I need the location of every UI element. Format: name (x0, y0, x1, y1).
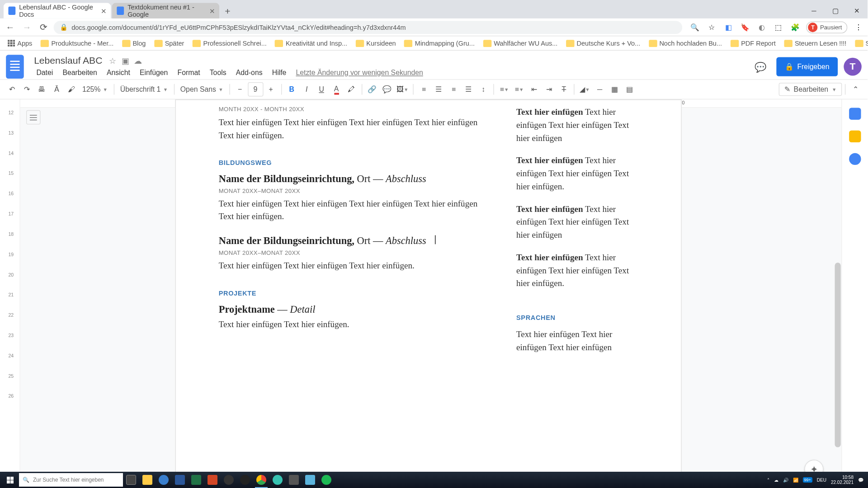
bookmark[interactable]: Wahlfächer WU Aus... (480, 38, 561, 48)
wifi-icon[interactable]: 📶 (793, 478, 798, 483)
align-left-button[interactable]: ≡ (417, 82, 431, 97)
forward-button[interactable]: → (20, 20, 33, 33)
back-button[interactable]: ← (4, 20, 17, 33)
bookmark[interactable]: Produktsuche - Mer... (38, 38, 117, 48)
bookmark[interactable]: Deutsche Kurs + Vo... (563, 38, 643, 48)
align-justify-button[interactable]: ☰ (462, 82, 476, 97)
bold-button[interactable]: B (284, 82, 299, 97)
tasks-icon[interactable] (849, 153, 860, 165)
bookmark[interactable]: PDF Report (727, 38, 778, 48)
tab-active[interactable]: Lebenslauf ABC - Google Docs ✕ (4, 3, 111, 19)
document-canvas[interactable]: 112345678910111211314151617181920 MONTH … (20, 99, 841, 488)
apps-button[interactable]: Apps (5, 38, 35, 48)
border-width-button[interactable]: ▤ (623, 82, 637, 97)
redo-button[interactable]: ↷ (19, 82, 34, 97)
link-button[interactable]: 🔗 (365, 82, 379, 97)
increase-font-button[interactable]: + (264, 82, 278, 97)
maximize-button[interactable]: ▢ (825, 3, 846, 19)
menu-bearbeiten[interactable]: Bearbeiten (58, 67, 101, 79)
font-size-input[interactable]: 9 (248, 82, 263, 97)
zoom-select[interactable]: 125%▼ (79, 85, 110, 93)
bookmark[interactable]: Professionell Schrei... (189, 38, 269, 48)
menu-format[interactable]: Format (173, 67, 204, 79)
outline-button[interactable] (26, 110, 41, 125)
extension-icon[interactable]: 🔖 (740, 22, 750, 33)
bookmark[interactable]: Kursideen (353, 38, 399, 48)
fill-button[interactable]: ◢▼ (578, 82, 592, 97)
move-icon[interactable]: ▣ (122, 56, 129, 66)
font-select[interactable]: Open Sans▼ (177, 85, 226, 93)
menu-addons[interactable]: Add-ons (231, 67, 266, 79)
explorer-icon[interactable] (139, 472, 156, 488)
underline-button[interactable]: U (314, 82, 329, 97)
italic-button[interactable]: I (299, 82, 314, 97)
edge-icon[interactable] (269, 472, 286, 488)
bookmark[interactable]: Blog (119, 38, 149, 48)
menu-einfuegen[interactable]: Einfügen (136, 67, 172, 79)
comment-button[interactable]: 💬 (380, 82, 394, 97)
spellcheck-button[interactable]: Ᾱ (49, 82, 64, 97)
comments-button[interactable]: 💬 (750, 56, 770, 77)
powerpoint-icon[interactable] (204, 472, 221, 488)
calendar-icon[interactable] (849, 108, 860, 120)
menu-hilfe[interactable]: Hilfe (268, 67, 290, 79)
taskbar-search[interactable]: 🔍 Zur Suche Text hier eingeben (19, 473, 123, 487)
url-bar[interactable]: 🔒 docs.google.com/document/d/1rYFd_eU6tt… (54, 20, 683, 33)
spotify-icon[interactable] (318, 472, 335, 488)
minimize-button[interactable]: ─ (803, 3, 825, 19)
mail-badge[interactable]: 99+ (803, 477, 812, 483)
reload-button[interactable]: ⟳ (37, 20, 50, 33)
word-icon[interactable] (172, 472, 188, 488)
style-select[interactable]: Überschrift 1▼ (117, 85, 171, 93)
new-tab-button[interactable]: + (221, 4, 235, 19)
account-avatar[interactable]: T (844, 58, 862, 76)
highlight-button[interactable]: 🖍 (344, 82, 359, 97)
close-icon[interactable]: ✕ (209, 8, 215, 14)
border-style-button[interactable]: ▦ (608, 82, 622, 97)
clock[interactable]: 10:58 22.02.2021 (831, 475, 854, 485)
increase-indent-button[interactable]: ⇥ (542, 82, 557, 97)
decrease-font-button[interactable]: − (233, 82, 247, 97)
bookmark[interactable]: Noch hochladen Bu... (646, 38, 725, 48)
text-color-button[interactable]: A (329, 82, 344, 97)
vertical-scrollbar[interactable] (834, 108, 841, 488)
clear-formatting-button[interactable]: T (557, 82, 571, 97)
language-indicator[interactable]: DEU (817, 478, 826, 483)
bulleted-list-button[interactable]: ≡▼ (512, 82, 527, 97)
volume-icon[interactable]: 🔊 (783, 478, 788, 483)
cloud-icon[interactable]: ☁ (134, 56, 142, 66)
keep-icon[interactable] (849, 131, 860, 142)
notepad-icon[interactable] (302, 472, 318, 488)
docs-logo[interactable] (6, 55, 24, 79)
bookmark[interactable]: Steuern Videos wic... (852, 38, 868, 48)
app-icon[interactable] (286, 472, 302, 488)
notifications-icon[interactable]: 💬 (858, 478, 863, 483)
numbered-list-button[interactable]: ≡▼ (497, 82, 512, 97)
star-icon[interactable]: ☆ (706, 22, 717, 33)
chrome-icon[interactable] (253, 472, 269, 488)
onedrive-icon[interactable]: ☁ (774, 478, 778, 483)
star-icon[interactable]: ☆ (109, 56, 117, 66)
bookmark[interactable]: Kreativität und Insp... (272, 38, 350, 48)
edge-legacy-icon[interactable] (156, 472, 172, 488)
close-window-button[interactable]: ✕ (846, 3, 868, 19)
menu-tools[interactable]: Tools (205, 67, 230, 79)
extension-icon[interactable]: ◧ (723, 22, 734, 33)
profile-button[interactable]: T Pausiert (807, 21, 848, 33)
align-right-button[interactable]: ≡ (447, 82, 461, 97)
mode-select[interactable]: ✎ Bearbeiten ▼ (779, 83, 842, 96)
align-center-button[interactable]: ☰ (432, 82, 446, 97)
line-spacing-button[interactable]: ↕ (476, 82, 491, 97)
start-button[interactable] (1, 472, 19, 488)
doc-title[interactable]: Lebenslauf ABC (32, 55, 104, 66)
app-icon[interactable] (221, 472, 237, 488)
border-button[interactable]: ─ (593, 82, 607, 97)
scrollbar-thumb[interactable] (835, 263, 841, 447)
extension-icon[interactable]: ◐ (756, 22, 767, 33)
bookmark[interactable]: Später (151, 38, 187, 48)
extension-icon[interactable]: ⬚ (773, 22, 784, 33)
print-button[interactable]: 🖶 (34, 82, 49, 97)
menu-ansicht[interactable]: Ansicht (103, 67, 134, 79)
collapse-toolbar-button[interactable]: ⌃ (849, 82, 863, 97)
last-edit[interactable]: Letzte Änderung vor wenigen Sekunden (292, 67, 427, 79)
